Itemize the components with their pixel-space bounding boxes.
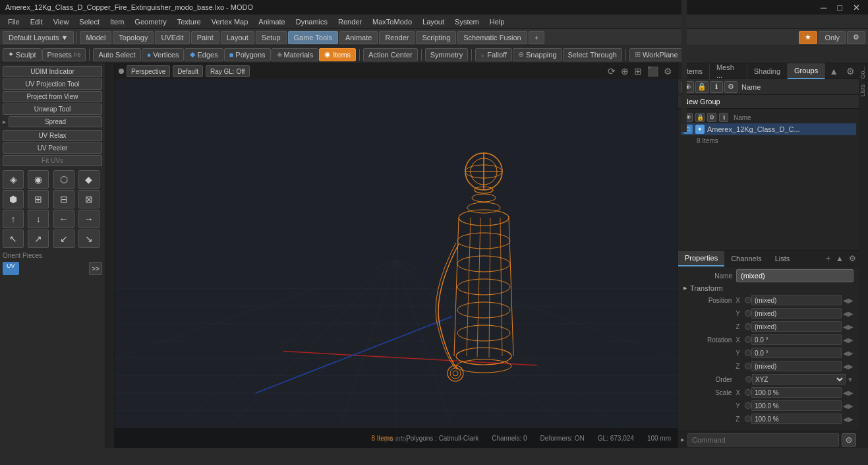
settings-icon[interactable]: ⚙ [662,66,674,77]
viewport[interactable]: Perspective Default Ray GL: Off ⟳ ⊕ ⊞ ⬛ … [115,63,678,448]
tab-topology[interactable]: Topology [113,31,154,44]
icon-tool-12[interactable]: → [78,210,100,228]
props-add-button[interactable]: + [823,254,833,263]
vstrip-c[interactable]: C... [105,63,106,448]
rz-arrow[interactable]: ◀▶ [843,363,854,370]
tab-paint[interactable]: Paint [191,31,219,44]
list-item[interactable]: □ ✦ Amerex_12Kg_Class_D_C... [681,123,856,135]
workplane-button[interactable]: ⊞ WorkPlane [629,48,683,61]
icon-tool-9[interactable]: ↑ [3,210,24,228]
order-select[interactable]: XYZ XZY YXZ YZX ZXY ZYX [752,374,846,385]
star-button[interactable]: ★ [799,31,817,44]
rotation-x-input[interactable] [751,334,842,345]
position-x-input[interactable] [751,295,842,305]
camera-button[interactable]: Perspective [127,65,170,77]
menu-vertexmap[interactable]: Vertex Map [206,15,254,29]
scale-z-input[interactable] [751,414,842,424]
shading-button[interactable]: Default [173,65,203,77]
menu-edit[interactable]: Edit [25,15,48,29]
raygl-button[interactable]: Ray GL: Off [206,65,250,77]
presets-button[interactable]: Presets F6 [42,48,86,61]
x-circle[interactable] [745,297,751,303]
tab-gametools[interactable]: Game Tools [288,31,339,44]
grid-icon[interactable]: ⊞ [633,66,643,77]
actioncenter-button[interactable]: Action Center [363,48,418,61]
vstrip-po[interactable]: Po... [106,63,107,448]
camera-icon[interactable]: ⬛ [646,66,660,77]
uv-projection-tool[interactable]: UV Projection Tool [3,78,102,90]
rx-arrow[interactable]: ◀▶ [843,336,854,344]
tab-uvedit[interactable]: UVEdit [155,31,189,44]
menu-help[interactable]: Help [484,15,510,29]
gear-button[interactable]: ⚙ [847,31,865,44]
lock-icon[interactable]: 🔒 [695,81,709,93]
udim-indicator-tool[interactable]: UDIM Indicator [3,66,102,77]
menu-render[interactable]: Render [333,15,367,29]
tab-shading[interactable]: Shading [747,63,788,79]
selectthrough-button[interactable]: Select Through [563,48,622,61]
fit-uvs-tool[interactable]: Fit UVs [3,155,102,166]
vstrip-v[interactable]: V... [109,63,110,448]
items-panel-settings[interactable]: ⚙ [842,66,859,77]
snapping-button[interactable]: ⊕ Snapping [513,48,562,61]
close-button[interactable]: ✕ [850,3,863,13]
tab-animate[interactable]: Animate [339,31,378,44]
icon-tool-13[interactable]: ↖ [3,230,24,248]
order-circle[interactable] [745,376,752,383]
icon-tool-16[interactable]: ↘ [78,230,100,248]
vertices-button[interactable]: ● Vertices [142,48,185,61]
menu-dynamics[interactable]: Dynamics [291,15,333,29]
unwrap-tool[interactable]: Unwrap Tool [3,104,102,115]
menu-file[interactable]: File [3,15,25,29]
icon-tool-3[interactable]: ⬡ [53,170,74,189]
icon-tool-7[interactable]: ⊟ [53,190,74,208]
items-button[interactable]: ◉ Items [319,48,356,61]
icon-tool-1[interactable]: ◈ [3,170,24,189]
polygons-button[interactable]: ■ Polygons [224,48,271,61]
scale-x-input[interactable] [751,387,842,398]
menu-texture[interactable]: Texture [172,15,206,29]
row-lock-icon[interactable]: 🔒 [695,113,705,122]
uv-peeler-tool[interactable]: UV Peeler [3,142,102,154]
falloff-button[interactable]: ⬦ Falloff [475,48,512,61]
prompt-icon[interactable]: ▸ [681,435,685,444]
rx-circle[interactable] [745,336,751,343]
symmetry-button[interactable]: Symmetry [425,48,469,61]
go-label[interactable]: Go... [859,63,868,82]
tab-scripting[interactable]: Scripting [416,31,456,44]
menu-maxtomodo[interactable]: MaxToModo [367,15,417,29]
scale-y-input[interactable] [751,400,842,411]
rotation-y-input[interactable] [751,348,842,358]
maximize-button[interactable]: □ [834,3,845,13]
tab-mesh[interactable]: Mesh ... [710,63,747,79]
tab-lists[interactable]: Lists [768,251,797,266]
y-arrow[interactable]: ◀▶ [843,310,854,317]
rotate-icon[interactable]: ⟳ [606,66,617,77]
vstrip-d[interactable]: D... [113,63,114,448]
lists-label[interactable]: Lists [859,82,868,100]
icon-tool-15[interactable]: ↙ [53,230,74,248]
sx-arrow[interactable]: ◀▶ [843,389,854,396]
rotation-z-input[interactable] [751,361,842,371]
icon-tool-4[interactable]: ◆ [78,170,100,189]
position-y-input[interactable] [751,308,842,319]
x-arrow[interactable]: ◀▶ [843,297,854,304]
row-settings-icon[interactable]: ⚙ [707,113,716,122]
z-circle[interactable] [745,323,751,330]
sy-arrow[interactable]: ◀▶ [843,402,854,410]
menu-layout[interactable]: Layout [417,15,449,29]
only-button[interactable]: Only [819,31,846,44]
tab-channels[interactable]: Channels [724,251,768,266]
menu-geometry[interactable]: Geometry [129,15,171,29]
add-layout-button[interactable]: + [529,31,544,44]
sculpt-button[interactable]: ✦ Sculpt [3,48,42,61]
menu-item[interactable]: Item [105,15,129,29]
row-info-icon[interactable]: ℹ [719,113,728,122]
menu-select[interactable]: Select [74,15,105,29]
name-prop-input[interactable] [736,269,854,282]
tab-setup[interactable]: Setup [256,31,287,44]
command-input[interactable] [687,433,839,447]
sx-circle[interactable] [745,389,751,396]
icon-tool-5[interactable]: ⬢ [3,190,24,208]
ry-circle[interactable] [745,350,751,356]
